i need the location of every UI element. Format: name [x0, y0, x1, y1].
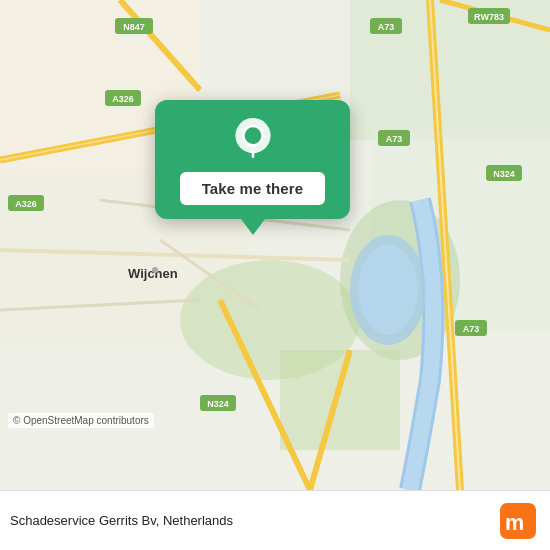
svg-text:A326: A326	[15, 199, 37, 209]
svg-text:N324: N324	[493, 169, 515, 179]
bottom-bar: Schadeservice Gerrits Bv, Netherlands m	[0, 490, 550, 550]
svg-point-41	[152, 267, 158, 273]
svg-text:A326: A326	[112, 94, 134, 104]
svg-text:A73: A73	[378, 22, 395, 32]
svg-text:m: m	[505, 509, 524, 534]
take-me-there-button[interactable]: Take me there	[180, 172, 326, 205]
svg-text:N847: N847	[123, 22, 145, 32]
svg-text:A73: A73	[386, 134, 403, 144]
copyright-text: © OpenStreetMap contributors	[8, 413, 154, 428]
svg-point-9	[358, 245, 418, 335]
svg-text:N324: N324	[207, 399, 229, 409]
popup-card: Take me there	[155, 100, 350, 219]
svg-rect-7	[280, 350, 400, 450]
svg-point-43	[243, 126, 262, 145]
map-container: N847 A326 A326 A73 RW783 A73 N324 A73 N3…	[0, 0, 550, 490]
moovit-logo-icon: m	[500, 503, 536, 539]
location-name: Schadeservice Gerrits Bv, Netherlands	[10, 513, 233, 528]
location-pin-icon	[231, 118, 275, 162]
svg-text:RW783: RW783	[474, 12, 504, 22]
svg-text:A73: A73	[463, 324, 480, 334]
moovit-logo: m	[500, 503, 536, 539]
